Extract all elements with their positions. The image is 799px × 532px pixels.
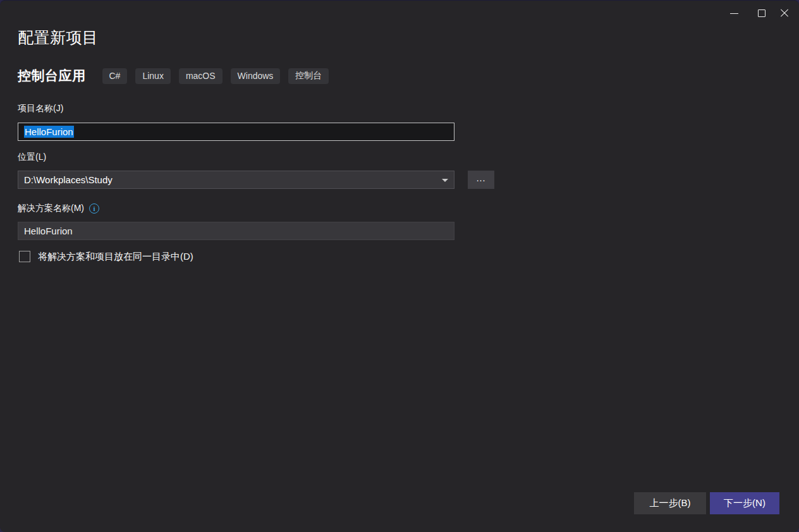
- browse-button[interactable]: ...: [468, 171, 494, 189]
- page-title: 配置新项目: [18, 27, 99, 48]
- close-button[interactable]: [775, 4, 794, 22]
- configure-project-dialog: 配置新项目 控制台应用 C# Linux macOS Windows 控制台 项…: [0, 0, 799, 532]
- same-directory-checkbox[interactable]: [19, 251, 30, 262]
- tag-windows: Windows: [231, 68, 281, 84]
- chevron-down-icon: [442, 179, 448, 182]
- tag-console: 控制台: [288, 68, 329, 84]
- project-name-selected-text: HelloFurion: [24, 126, 74, 138]
- location-label: 位置(L): [18, 152, 46, 163]
- location-value: D:\Workplaces\Study: [24, 174, 113, 185]
- minimize-button[interactable]: [724, 4, 743, 22]
- solution-name-label: 解决方案名称(M) i: [18, 203, 99, 214]
- project-name-label: 项目名称(J): [18, 103, 63, 114]
- tag-linux: Linux: [135, 68, 170, 84]
- solution-name-input[interactable]: HelloFurion: [18, 222, 454, 240]
- maximize-button[interactable]: [752, 4, 771, 22]
- template-name: 控制台应用: [18, 67, 86, 85]
- same-directory-label: 将解决方案和项目放在同一目录中(D): [38, 251, 193, 263]
- info-icon[interactable]: i: [89, 203, 99, 214]
- close-icon: [780, 9, 789, 18]
- maximize-icon: [758, 9, 765, 17]
- next-button[interactable]: 下一步(N): [710, 492, 779, 514]
- minimize-icon: [730, 13, 738, 14]
- location-combobox[interactable]: D:\Workplaces\Study: [18, 171, 454, 189]
- tag-macos: macOS: [179, 68, 223, 84]
- solution-name-value: HelloFurion: [24, 226, 73, 236]
- same-directory-checkbox-row[interactable]: 将解决方案和项目放在同一目录中(D): [19, 250, 193, 263]
- project-name-input[interactable]: HelloFurion: [18, 123, 454, 141]
- tag-csharp: C#: [102, 68, 128, 84]
- titlebar[interactable]: [0, 1, 799, 26]
- back-button[interactable]: 上一步(B): [634, 492, 706, 514]
- solution-name-label-text: 解决方案名称(M): [18, 203, 84, 214]
- template-row: 控制台应用 C# Linux macOS Windows 控制台: [18, 66, 337, 85]
